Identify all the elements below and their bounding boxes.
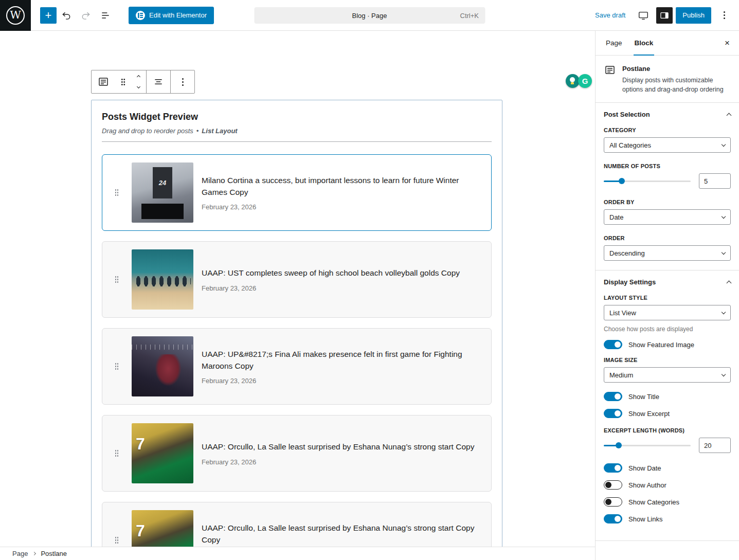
show-excerpt-row: Show Excerpt: [604, 409, 731, 418]
order-select[interactable]: Descending: [604, 245, 731, 261]
edit-with-elementor-button[interactable]: Edit with Elementor: [129, 7, 214, 24]
excerpt-length-slider[interactable]: [604, 445, 691, 446]
drag-handle-icon[interactable]: [115, 363, 119, 370]
post-text: UAAP: Orcullo, La Salle least surprised …: [202, 522, 483, 547]
drag-handle-icon[interactable]: [115, 276, 119, 283]
display-settings-panel-toggle[interactable]: Display Settings: [596, 270, 739, 294]
toggle-label: Show Excerpt: [628, 410, 670, 418]
wordpress-logo[interactable]: W: [0, 0, 31, 31]
post-text: UAAP: UP&#8217;s Fina Ali makes presence…: [202, 348, 483, 385]
move-down-button[interactable]: [131, 82, 146, 93]
browser-extension-badges: G: [567, 74, 592, 88]
monitor-icon: [638, 10, 649, 21]
sidebar-tabs: Page Block ×: [596, 31, 739, 56]
options-menu-button[interactable]: [714, 6, 734, 25]
block-toolbar: [91, 70, 195, 94]
chevron-down-icon: [722, 214, 726, 219]
show-excerpt-toggle[interactable]: [604, 409, 622, 418]
breadcrumb: Page Postlane: [0, 547, 595, 560]
excerpt-length-input[interactable]: [699, 438, 731, 453]
drag-handle-icon[interactable]: [115, 189, 119, 196]
redo-icon: [81, 10, 91, 21]
drag-handle-icon: [121, 78, 125, 86]
display-settings-panel: Display Settings LAYOUT STYLE List View …: [596, 270, 739, 541]
post-list-item[interactable]: 24 Milano Cortina a success, but importa…: [102, 154, 492, 231]
redo-button[interactable]: [76, 6, 96, 25]
thumbnail-sign-text: 24: [153, 167, 172, 198]
block-drag-handle[interactable]: [115, 70, 131, 93]
undo-icon: [61, 10, 71, 21]
postlane-block-icon: [604, 64, 616, 76]
chevron-right-icon: [32, 552, 36, 555]
number-of-posts-input[interactable]: [699, 173, 731, 189]
widget-title: Posts Widget Preview: [102, 112, 492, 122]
block-inserter-button[interactable]: +: [40, 7, 57, 24]
preview-button[interactable]: [634, 6, 653, 25]
breadcrumb-postlane[interactable]: Postlane: [41, 550, 67, 557]
publish-button[interactable]: Publish: [676, 7, 711, 24]
document-title-bar[interactable]: Blog · Page Ctrl+K: [254, 7, 485, 24]
slider-thumb[interactable]: [616, 442, 622, 448]
show-featured-image-row: Show Featured Image: [604, 340, 731, 349]
divider: [102, 141, 492, 142]
post-thumbnail: [132, 249, 193, 310]
editor-topbar: W + Edit with Elementor Blog · Page Ctrl…: [0, 0, 739, 31]
post-list-item[interactable]: UAAP: UP&#8217;s Fina Ali makes presence…: [102, 328, 492, 405]
widget-subtitle-text: Drag and drop to reorder posts: [102, 127, 193, 135]
slider-thumb[interactable]: [619, 178, 625, 184]
close-sidebar-button[interactable]: ×: [715, 31, 739, 55]
align-icon: [153, 77, 164, 87]
drag-handle-icon[interactable]: [115, 536, 119, 544]
post-title: UAAP: UP&#8217;s Fina Ali makes presence…: [202, 348, 483, 372]
document-overview-button[interactable]: [96, 6, 115, 25]
post-selection-panel: Post Selection CATEGORY All Categories N…: [596, 103, 739, 270]
toggle-label: Show Date: [628, 464, 661, 472]
block-description: Display posts with customizable options …: [622, 76, 731, 94]
undo-button[interactable]: [57, 6, 76, 25]
category-label: CATEGORY: [604, 127, 731, 133]
show-featured-image-toggle[interactable]: [604, 340, 622, 349]
align-button[interactable]: [147, 70, 170, 93]
grammarly-icon[interactable]: G: [578, 74, 592, 88]
block-type-button[interactable]: [92, 70, 115, 93]
keyboard-shortcut: Ctrl+K: [460, 12, 479, 20]
post-title: UAAP: Orcullo, La Salle least surprised …: [202, 441, 474, 453]
post-date: February 23, 2026: [202, 203, 483, 211]
thumbnail-jersey-number: 7: [136, 521, 145, 540]
chevron-up-icon: [136, 75, 140, 79]
post-list-item[interactable]: 7 UAAP: Orcullo, La Salle least surprise…: [102, 415, 492, 492]
drag-handle-icon[interactable]: [115, 449, 119, 457]
move-up-button[interactable]: [131, 70, 146, 82]
show-categories-toggle[interactable]: [604, 497, 622, 507]
excerpt-length-label: EXCERPT LENGTH (WORDS): [604, 427, 731, 433]
lightbulb-icon[interactable]: [566, 74, 580, 88]
tab-block[interactable]: Block: [628, 31, 660, 55]
settings-sidebar-toggle[interactable]: [656, 7, 673, 24]
breadcrumb-page[interactable]: Page: [12, 550, 28, 557]
order-by-select[interactable]: Date: [604, 209, 731, 225]
topbar-actions: Save draft Publish: [590, 6, 739, 25]
show-links-toggle[interactable]: [604, 514, 622, 523]
order-by-value: Date: [609, 213, 623, 221]
post-list-item[interactable]: 7 UAAP: Orcullo, La Salle least surprise…: [102, 502, 492, 547]
show-author-toggle[interactable]: [604, 480, 622, 490]
post-list-item[interactable]: UAAP: UST completes sweep of high school…: [102, 241, 492, 318]
post-title: Milano Cortina a success, but important …: [202, 174, 483, 198]
category-select[interactable]: All Categories: [604, 137, 731, 153]
layout-style-select[interactable]: List View: [604, 305, 731, 320]
number-of-posts-slider[interactable]: [604, 180, 691, 182]
kebab-icon: [182, 81, 184, 83]
tab-page[interactable]: Page: [600, 31, 628, 55]
post-list: 24 Milano Cortina a success, but importa…: [102, 154, 492, 547]
postlane-block[interactable]: Posts Widget Preview Drag and drop to re…: [91, 100, 502, 547]
post-selection-panel-toggle[interactable]: Post Selection: [596, 103, 739, 126]
image-size-select[interactable]: Medium: [604, 367, 731, 383]
show-date-toggle[interactable]: [604, 463, 622, 473]
block-options-button[interactable]: [171, 70, 194, 93]
order-by-label: ORDER BY: [604, 199, 731, 205]
show-title-toggle[interactable]: [604, 392, 622, 401]
document-title: Blog · Page: [352, 12, 387, 20]
chevron-down-icon: [722, 310, 726, 314]
save-draft-button[interactable]: Save draft: [590, 11, 630, 19]
block-movers: [131, 70, 146, 93]
